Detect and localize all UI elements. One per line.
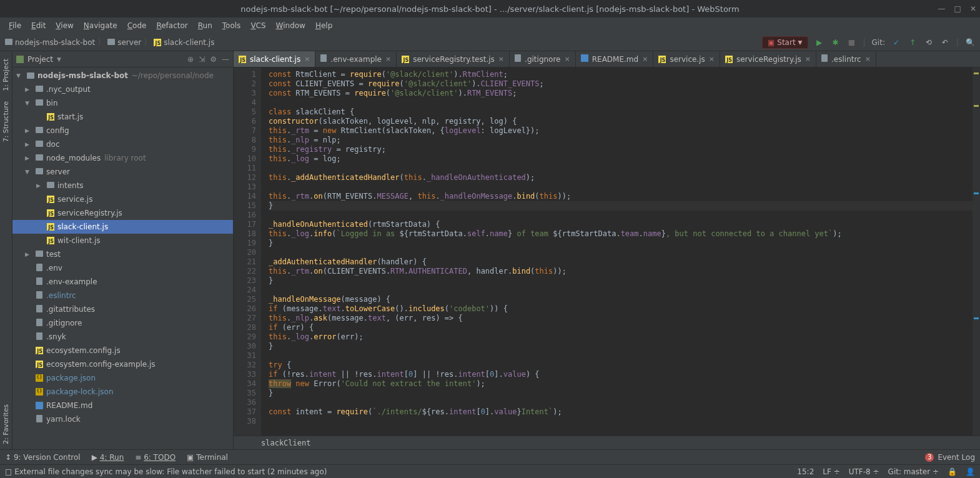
- close-tab-icon[interactable]: ×: [304, 55, 310, 63]
- lock-icon[interactable]: 🔒: [948, 467, 957, 476]
- terminal-tab[interactable]: ▣ Terminal: [187, 453, 228, 462]
- menu-run[interactable]: Run: [194, 20, 216, 31]
- tree-item[interactable]: {}package.json: [12, 371, 233, 385]
- close-tab-icon[interactable]: ×: [642, 55, 648, 63]
- menu-view[interactable]: View: [52, 20, 77, 31]
- todo-tab[interactable]: ≡ 6: TODO: [135, 453, 176, 462]
- chevron-down-icon[interactable]: ▼: [57, 56, 61, 62]
- menu-window[interactable]: Window: [272, 20, 309, 31]
- structure-tab[interactable]: 7: Structure: [1, 96, 11, 147]
- git-history-icon[interactable]: ⟲: [924, 37, 934, 47]
- tree-item[interactable]: yarn.lock: [12, 412, 233, 426]
- menu-navigate[interactable]: Navigate: [80, 20, 121, 31]
- editor-tab[interactable]: JSslack-client.js×: [234, 51, 315, 67]
- search-icon[interactable]: 🔍: [965, 37, 975, 47]
- expand-arrow-icon[interactable]: ▶: [25, 251, 34, 257]
- tree-item[interactable]: ▶config: [12, 124, 233, 137]
- run-configuration[interactable]: ▣ Start ▼: [762, 36, 808, 49]
- stop-icon[interactable]: ■: [847, 37, 857, 47]
- close-tab-icon[interactable]: ×: [709, 55, 715, 63]
- tree-item[interactable]: JSservice.js: [12, 192, 233, 206]
- close-tab-icon[interactable]: ×: [565, 55, 570, 63]
- maximize-icon[interactable]: □: [954, 4, 961, 13]
- close-icon[interactable]: ✕: [970, 4, 976, 13]
- tree-item[interactable]: .gitignore: [12, 316, 233, 330]
- hide-icon[interactable]: —: [222, 55, 229, 64]
- git-revert-icon[interactable]: ↶: [940, 37, 950, 47]
- tree-item[interactable]: .eslintrc: [12, 289, 233, 302]
- tree-item[interactable]: JSslack-client.js: [12, 220, 233, 234]
- tree-item[interactable]: JSstart.js: [12, 110, 233, 124]
- tree-item[interactable]: JSserviceRegistry.js: [12, 206, 233, 220]
- tree-root[interactable]: ▼ nodejs-msb-slack-bot ~/repo/personal/n…: [12, 69, 233, 82]
- event-log[interactable]: 3 Event Log: [925, 453, 975, 462]
- menu-refactor[interactable]: Refactor: [152, 20, 191, 31]
- scroll-strip[interactable]: [973, 67, 980, 436]
- tree-item[interactable]: JSwit-client.js: [12, 234, 233, 247]
- code-area[interactable]: const RtmClient = require('@slack/client…: [261, 67, 973, 436]
- menu-vcs[interactable]: VCS: [247, 20, 269, 31]
- project-tab[interactable]: 1: Project: [1, 54, 11, 96]
- expand-arrow-icon[interactable]: ▼: [25, 100, 34, 106]
- tree-item[interactable]: .snyk: [12, 330, 233, 344]
- project-view-title[interactable]: Project: [27, 55, 53, 64]
- encoding[interactable]: UTF-8 ÷: [849, 467, 879, 476]
- code-breadcrumb[interactable]: slackClient: [234, 436, 980, 449]
- expand-arrow-icon[interactable]: ▶: [25, 86, 34, 92]
- tree-item[interactable]: ▶node_moduleslibrary root: [12, 151, 233, 165]
- tree-item[interactable]: JSecosystem.config-example.js: [12, 357, 233, 371]
- minimize-icon[interactable]: —: [938, 4, 946, 13]
- collapse-icon[interactable]: ⇲: [199, 55, 205, 64]
- editor-tab[interactable]: .gitignore×: [510, 51, 576, 67]
- close-tab-icon[interactable]: ×: [805, 55, 811, 63]
- editor-tab[interactable]: JSservice.js×: [653, 51, 720, 67]
- tree-item[interactable]: JSecosystem.config.js: [12, 344, 233, 357]
- editor-tab[interactable]: JSserviceRegistry.test.js×: [397, 51, 510, 67]
- run-icon[interactable]: ▶: [814, 37, 824, 47]
- tree-item[interactable]: README.md: [12, 399, 233, 412]
- tree-item[interactable]: ▶.nyc_output: [12, 82, 233, 96]
- tree-item[interactable]: .env: [12, 261, 233, 275]
- editor-tab[interactable]: JSserviceRegistry.js×: [720, 51, 816, 67]
- tree-item[interactable]: ▶test: [12, 247, 233, 261]
- expand-arrow-icon[interactable]: ▶: [36, 182, 45, 189]
- tree-item[interactable]: .env-example: [12, 275, 233, 289]
- tree-item[interactable]: {}package-lock.json: [12, 385, 233, 399]
- tree-item[interactable]: ▶doc: [12, 137, 233, 151]
- expand-arrow-icon[interactable]: ▶: [25, 127, 34, 134]
- line-separator[interactable]: LF ÷: [823, 467, 839, 476]
- debug-icon[interactable]: ✱: [831, 37, 841, 47]
- gear-icon[interactable]: ⚙: [210, 55, 217, 64]
- git-update-icon[interactable]: ✓: [891, 37, 901, 47]
- tree-item[interactable]: ▼server: [12, 165, 233, 179]
- git-branch[interactable]: Git: master ÷: [888, 467, 939, 476]
- project-tree[interactable]: ▼ nodejs-msb-slack-bot ~/repo/personal/n…: [12, 67, 233, 449]
- menu-file[interactable]: File: [5, 20, 25, 31]
- menu-tools[interactable]: Tools: [219, 20, 245, 31]
- close-tab-icon[interactable]: ×: [865, 55, 871, 63]
- run-tab[interactable]: ▶ 4: Run: [92, 453, 124, 462]
- favorites-tab[interactable]: 2: Favorites: [1, 399, 11, 449]
- inspector-icon[interactable]: 👤: [966, 467, 975, 476]
- git-commit-icon[interactable]: ↑: [908, 37, 918, 47]
- breadcrumb-item[interactable]: nodejs-msb-slack-bot: [5, 38, 95, 47]
- menu-help[interactable]: Help: [312, 20, 336, 31]
- close-tab-icon[interactable]: ×: [498, 55, 504, 63]
- breadcrumb-item[interactable]: JSslack-client.js: [154, 38, 214, 47]
- tree-item[interactable]: ▼bin: [12, 96, 233, 110]
- expand-arrow-icon[interactable]: ▼: [25, 169, 34, 175]
- caret-position[interactable]: 15:2: [797, 467, 814, 476]
- editor-tab[interactable]: README.md×: [576, 51, 654, 67]
- expand-arrow-icon[interactable]: ▶: [25, 141, 34, 147]
- locate-icon[interactable]: ⊕: [187, 55, 194, 64]
- expand-arrow-icon[interactable]: ▶: [25, 155, 34, 161]
- tree-item[interactable]: ▶intents: [12, 179, 233, 192]
- editor-tab[interactable]: .env-example×: [315, 51, 397, 67]
- editor-tab[interactable]: .eslintrc×: [816, 51, 876, 67]
- close-tab-icon[interactable]: ×: [385, 55, 391, 63]
- menu-edit[interactable]: Edit: [27, 20, 49, 31]
- menu-code[interactable]: Code: [124, 20, 151, 31]
- breadcrumb-item[interactable]: server: [107, 38, 141, 47]
- version-control-tab[interactable]: ↕ 9: Version Control: [5, 453, 81, 462]
- tree-item[interactable]: .gitattributes: [12, 302, 233, 316]
